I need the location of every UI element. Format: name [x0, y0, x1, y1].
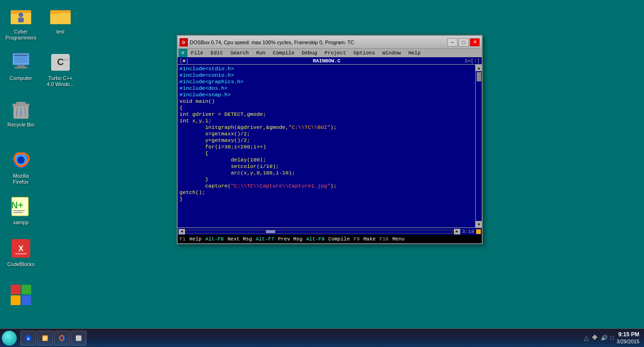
- icon-label-computer: Computer: [10, 75, 32, 81]
- svg-rect-34: [11, 285, 20, 294]
- code-line-16: setcolor(i/10);: [179, 163, 474, 170]
- svg-rect-43: [43, 340, 46, 340]
- taskbar-date: 3/29/2015: [617, 338, 639, 345]
- code-line-13: for(i=30;i<200;i++): [179, 144, 474, 150]
- tc-window-pos-right: 1═[↑]: [465, 58, 480, 64]
- svg-text:X: X: [19, 245, 24, 253]
- taskbar-item-files[interactable]: [37, 331, 53, 346]
- fn-altf7-key: Alt-F7: [256, 236, 274, 242]
- desktop-icon-codeblocks[interactable]: [2, 284, 40, 308]
- fn-altf8-key: Alt-F8: [206, 236, 224, 242]
- dosbox-minimize-button[interactable]: −: [447, 38, 458, 47]
- svg-rect-12: [17, 65, 25, 67]
- code-line-2: #include<conio.h>: [179, 72, 474, 79]
- svg-rect-48: [592, 336, 597, 338]
- desktop-icon-recycle-bin[interactable]: ♻ Recycle Bin: [2, 98, 40, 128]
- fn-f10-key: F10: [379, 236, 389, 242]
- tray-display-icon: □: [611, 334, 614, 341]
- fn-altf9-label: Compile: [328, 236, 350, 242]
- tc-menu-options[interactable]: Options: [350, 49, 378, 57]
- tray-volume-icon: 🔊: [601, 334, 608, 341]
- svg-rect-41: [43, 337, 47, 338]
- tc-menubar: ≡ File Edit Search Run Compile Debug Pro…: [178, 49, 482, 57]
- code-line-3: #include<graphics.h>: [179, 79, 474, 85]
- hscroll-track: [186, 230, 453, 234]
- code-line-10: initgraph(&gdriver,&gmode,"C:\\TC\\BGI")…: [179, 124, 474, 131]
- code-line-4: #include<dos.h>: [179, 85, 474, 92]
- tc-menu-run[interactable]: Run: [252, 49, 269, 57]
- desktop-icon-turbo-cpp[interactable]: C ++ Turbo C++4.0 Windo...: [42, 51, 79, 87]
- fn-f10-label: Menu: [392, 236, 405, 242]
- tc-window-pos-left: [■]: [179, 58, 189, 64]
- svg-rect-46: [76, 335, 81, 341]
- start-orb: [2, 331, 17, 346]
- tc-scrollbar-vertical[interactable]: ▲ ▼: [475, 65, 482, 227]
- tc-menu-sys[interactable]: ≡: [179, 49, 187, 57]
- dosbox-close-button[interactable]: ✕: [470, 38, 480, 47]
- code-line-14: {: [179, 150, 474, 157]
- code-line-6: void main(): [179, 98, 474, 105]
- scrollbar-down-btn[interactable]: ▼: [476, 221, 482, 227]
- desktop-icon-cyber-programmers[interactable]: CyberProgrammers: [2, 5, 40, 41]
- icon-label-notepad-pp: xampp: [13, 220, 28, 226]
- tray-network-icon: [591, 334, 598, 341]
- svg-point-3: [19, 13, 23, 17]
- svg-rect-11: [14, 54, 28, 56]
- tc-menu-file[interactable]: File: [187, 49, 207, 57]
- code-line-5: #include<snap.h>: [179, 92, 474, 98]
- icon-label-test: test: [56, 29, 65, 35]
- taskbar-items: e: [19, 331, 579, 346]
- svg-rect-19: [16, 102, 26, 105]
- icon-label-recycle-bin: Recycle Bin: [7, 122, 34, 128]
- tc-code-area[interactable]: #include<stdio.h> #include<conio.h> #inc…: [178, 65, 482, 227]
- fn-f9-key: F9: [353, 236, 359, 242]
- svg-rect-6: [50, 13, 71, 24]
- tc-menu-project[interactable]: Project: [321, 49, 350, 57]
- icon-label-cyber-programmers: CyberProgrammers: [6, 29, 37, 41]
- taskbar-item-ie[interactable]: e: [20, 331, 36, 346]
- tc-editor-titlebar: [■] RAINBOW.C 1═[↑]: [178, 57, 482, 65]
- tc-menu-edit[interactable]: Edit: [207, 49, 226, 57]
- cursor-pos-label: 3:18: [462, 229, 474, 234]
- tc-menu-window[interactable]: Window: [379, 49, 405, 57]
- fn-altf8-label: Next Msg: [227, 236, 252, 242]
- desktop-icon-computer[interactable]: Computer: [2, 51, 40, 81]
- scrollbar-up-btn[interactable]: ▲: [476, 65, 482, 71]
- dosbox-window-icon: D: [179, 38, 188, 47]
- taskbar-tray: △ 🔊 □ 9:15 PM 3/29/2015: [579, 331, 644, 345]
- taskbar-item-mac[interactable]: [71, 331, 86, 346]
- desktop-icon-mozilla-firefox[interactable]: MozillaFirefox: [2, 149, 40, 185]
- tc-filename: RAINBOW.C: [189, 58, 465, 64]
- dosbox-title-text: DOSBox 0.74, Cpu speed: max 100% cycles,…: [190, 40, 445, 45]
- dosbox-titlebar: D DOSBox 0.74, Cpu speed: max 100% cycle…: [178, 36, 482, 49]
- svg-rect-29: [13, 210, 25, 211]
- start-button[interactable]: [0, 329, 19, 347]
- svg-rect-4: [18, 18, 24, 22]
- svg-rect-2: [11, 10, 19, 14]
- fn-f1-label: Help: [189, 236, 201, 242]
- desktop-icon-notepad-pp[interactable]: N+ xampp: [2, 195, 40, 226]
- fn-altf9-key: Alt-F9: [306, 236, 325, 242]
- dosbox-controls: − □ ✕: [447, 38, 480, 47]
- svg-rect-36: [11, 295, 20, 305]
- taskbar-clock[interactable]: 9:15 PM 3/29/2015: [617, 331, 639, 345]
- tc-position-indicator: 3:18: [462, 229, 474, 234]
- svg-text:C: C: [57, 57, 64, 67]
- desktop-icon-xampp[interactable]: X CodeBlocks: [2, 237, 40, 267]
- code-line-18: }: [179, 176, 474, 183]
- hscroll-left-btn[interactable]: ◄: [179, 229, 185, 234]
- tray-notification-icon: △: [584, 334, 589, 341]
- fn-f9-label: Make: [363, 236, 375, 242]
- svg-text:++: ++: [63, 57, 69, 62]
- hscroll-right-btn[interactable]: ►: [454, 229, 460, 234]
- code-line-15: delay(100);: [179, 157, 474, 163]
- tc-menu-search[interactable]: Search: [226, 49, 252, 57]
- desktop-icon-test[interactable]: test: [42, 5, 79, 35]
- tc-menu-debug[interactable]: Debug: [298, 49, 321, 57]
- taskbar-item-firefox[interactable]: [54, 331, 70, 346]
- tc-menu-help[interactable]: Help: [405, 49, 424, 57]
- dosbox-maximize-button[interactable]: □: [458, 38, 469, 47]
- icon-label-xampp: CodeBlocks: [7, 261, 35, 267]
- tc-menu-compile[interactable]: Compile: [269, 49, 298, 57]
- svg-rect-30: [13, 212, 23, 213]
